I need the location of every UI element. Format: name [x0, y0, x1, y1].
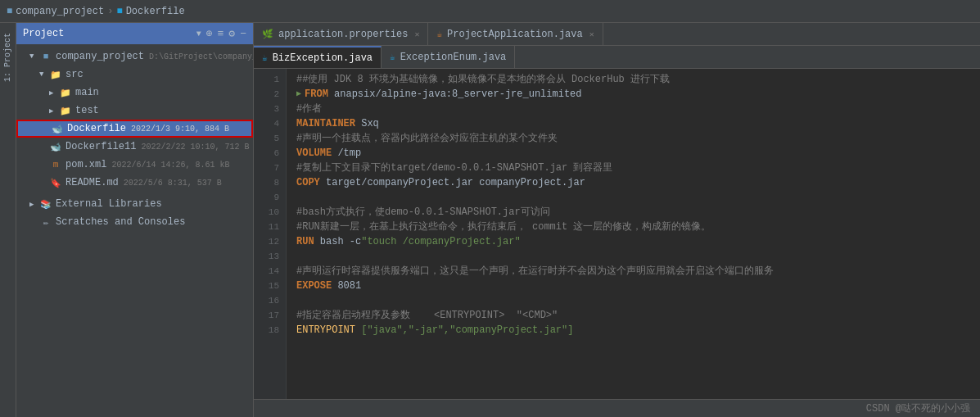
tree-item-dockerfile[interactable]: 🐋 Dockerfile 2022/1/3 9:10, 884 B: [16, 120, 253, 138]
line-numbers: 1 2 3 4 5 6 7 8 9 10 11 12 13 14 15 16 1…: [254, 69, 287, 399]
code-line-16: [296, 293, 980, 308]
line-num-15: 15: [254, 279, 286, 293]
panel-icons: ⊕ ≡ ⚙ −: [206, 27, 246, 40]
line-num-10: 10: [254, 205, 286, 220]
tab-icon-java: ☕: [436, 29, 442, 39]
line-num-11: 11: [254, 220, 286, 234]
line-num-6: 6: [254, 146, 286, 161]
code-line-11: #RUN新建一层，在基上执行这些命令，执行结束后， commit 这一层的修改，…: [296, 220, 980, 234]
tree-item-src[interactable]: ▼ 📁 src: [16, 66, 253, 84]
code-line-6: VOLUME /tmp: [296, 146, 980, 161]
tree-item-scratches[interactable]: ✏ Scratches and Consoles: [16, 213, 253, 231]
scratch-icon: ✏: [39, 215, 52, 229]
line-num-16: 16: [254, 293, 286, 308]
line-num-8: 8: [254, 175, 286, 190]
folder-icon: 📁: [59, 104, 72, 117]
project-panel-header: Project ▼ ⊕ ≡ ⚙ −: [16, 23, 253, 44]
code-line-4: MAINTAINER Sxq: [296, 116, 980, 131]
code-area[interactable]: ##使用 JDK 8 环境为基础镜像，如果镜像不是本地的将会从 DockerHu…: [287, 69, 980, 399]
tree-item-company-project[interactable]: ▼ ■ company_project D:\GitProject\compan…: [16, 48, 253, 66]
tree-item-main[interactable]: ▶ 📁 main: [16, 84, 253, 102]
line-num-3: 3: [254, 102, 286, 116]
line-num-5: 5: [254, 131, 286, 146]
tab-label: ProjectApplication.java: [447, 29, 583, 40]
tab-project-application[interactable]: ☕ ProjectApplication.java ✕: [428, 23, 603, 45]
close-panel-icon[interactable]: −: [240, 28, 246, 40]
title-bar: ■ company_project › ■ Dockerfile: [0, 0, 980, 23]
md-icon: 🔖: [49, 176, 62, 189]
dropdown-arrow[interactable]: ▼: [196, 29, 201, 39]
watermark: CSDN @哒不死的小小强: [866, 401, 970, 415]
code-line-3: #作者: [296, 102, 980, 116]
line-num-4: 4: [254, 116, 286, 131]
docker-icon-title: ■: [116, 6, 122, 17]
gear-icon[interactable]: ⚙: [228, 27, 235, 40]
code-line-2: ▶ FROM anapsix/alpine-java:8_server-jre_…: [296, 87, 980, 102]
tab-close-btn[interactable]: ✕: [414, 29, 419, 39]
project-panel: Project ▼ ⊕ ≡ ⚙ − ▼ ■ company_project D:…: [16, 23, 254, 417]
tab-row-2: ☕ BizException.java ☕ ExceptionEnum.java: [254, 46, 980, 69]
project-icon: ■: [7, 6, 12, 17]
code-line-17: #指定容器启动程序及参数 <ENTRYPOINT> "<CMD>": [296, 308, 980, 323]
tab-icon-java3: ☕: [390, 52, 395, 62]
tab-label: BizException.java: [273, 52, 373, 64]
expand-icon[interactable]: ≡: [218, 28, 224, 40]
tab-close-btn[interactable]: ✕: [589, 29, 594, 39]
line-num-1: 1: [254, 72, 286, 87]
tab-label: application.properties: [278, 29, 408, 40]
tree-arrow: ▼: [29, 52, 39, 61]
code-line-14: #声明运行时容器提供服务端口，这只是一个声明，在运行时并不会因为这个声明应用就会…: [296, 264, 980, 279]
breadcrumb: ■ company_project › ■ Dockerfile: [7, 6, 185, 17]
line-num-17: 17: [254, 308, 286, 323]
code-line-7: #复制上下文目录下的target/demo-0.0.1-SNAPSHOT.jar…: [296, 161, 980, 175]
tree-arrow: ▼: [39, 70, 49, 79]
tree-arrow: ▶: [49, 88, 59, 97]
bottom-bar: CSDN @哒不死的小小强: [254, 399, 980, 417]
tab-application-properties[interactable]: 🌿 application.properties ✕: [254, 23, 428, 45]
tree-arrow: ▶: [49, 107, 59, 116]
code-line-1: ##使用 JDK 8 环境为基础镜像，如果镜像不是本地的将会从 DockerHu…: [296, 72, 980, 87]
file-name: Dockerfile: [126, 6, 185, 17]
tree-item-external-libraries[interactable]: ▶ 📚 External Libraries: [16, 195, 253, 213]
code-line-13: [296, 249, 980, 264]
xml-icon: m: [49, 158, 62, 171]
line-num-7: 7: [254, 161, 286, 175]
editor-area: 🌿 application.properties ✕ ☕ ProjectAppl…: [254, 23, 980, 417]
tree-item-readme[interactable]: 🔖 README.md 2022/5/6 8:31, 537 B: [16, 174, 253, 192]
tab-biz-exception[interactable]: ☕ BizException.java: [254, 46, 382, 68]
code-line-5: #声明一个挂载点，容器内此路径会对应宿主机的某个文件夹: [296, 131, 980, 146]
tree-item-test[interactable]: ▶ 📁 test: [16, 102, 253, 120]
code-line-8: COPY target/companyProject.jar companyPr…: [296, 175, 980, 190]
line-num-9: 9: [254, 190, 286, 205]
tab-bar: 🌿 application.properties ✕ ☕ ProjectAppl…: [254, 23, 980, 69]
line-num-18: 18: [254, 323, 286, 338]
code-line-10: #bash方式执行，使demo-0.0.1-SNAPSHOT.jar可访问: [296, 205, 980, 220]
code-line-9: [296, 190, 980, 205]
tab-icon-spring: 🌿: [262, 29, 273, 39]
tab-icon-java2: ☕: [262, 52, 268, 63]
tab-label: ExceptionEnum.java: [400, 52, 507, 63]
tab-row-1: 🌿 application.properties ✕ ☕ ProjectAppl…: [254, 23, 980, 46]
tree-item-dockerfile11[interactable]: 🐋 Dockerfile11 2022/2/22 10:10, 712 B: [16, 138, 253, 156]
docker-icon: 🐋: [51, 122, 64, 135]
tree-item-pom[interactable]: m pom.xml 2022/6/14 14:26, 8.61 kB: [16, 156, 253, 174]
project-panel-label[interactable]: 1: Project: [3, 33, 12, 82]
breadcrumb-sep: ›: [107, 6, 113, 17]
project-name[interactable]: company_project: [16, 6, 104, 17]
line-num-12: 12: [254, 234, 286, 249]
line-num-2: 2: [254, 87, 286, 102]
tab-exception-enum[interactable]: ☕ ExceptionEnum.java: [382, 46, 515, 68]
folder-icon: 📁: [49, 68, 62, 81]
line-num-13: 13: [254, 249, 286, 264]
line-num-14: 14: [254, 264, 286, 279]
code-line-15: EXPOSE 8081: [296, 279, 980, 293]
folder-icon: 📁: [59, 86, 72, 99]
code-line-12: RUN bash -c "touch /companyProject.jar": [296, 234, 980, 249]
tree-arrow: ▶: [29, 200, 39, 209]
file-tree: ▼ ■ company_project D:\GitProject\compan…: [16, 44, 253, 417]
project-panel-title: Project: [23, 28, 192, 39]
docker-icon: 🐋: [49, 140, 62, 153]
lib-icon: 📚: [39, 197, 52, 211]
folder-icon: ■: [39, 50, 52, 63]
globe-icon[interactable]: ⊕: [206, 27, 213, 40]
